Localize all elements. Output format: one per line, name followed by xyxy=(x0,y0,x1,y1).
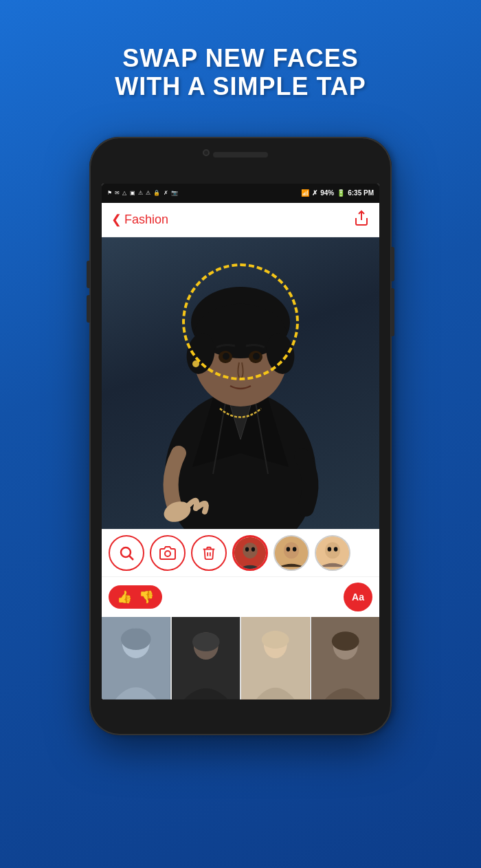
svg-line-14 xyxy=(130,556,134,560)
tools-bar xyxy=(102,529,379,576)
svg-point-23 xyxy=(293,547,297,551)
svg-point-15 xyxy=(165,551,170,556)
avatar-face-1 xyxy=(234,537,266,569)
face-avatar-3[interactable] xyxy=(315,535,350,571)
back-chevron-icon: ❮ xyxy=(111,212,122,227)
svg-point-27 xyxy=(334,547,338,551)
battery-icon: 🔋 xyxy=(337,189,345,197)
phone-speaker xyxy=(213,152,268,158)
main-photo-area[interactable] xyxy=(102,237,379,529)
header-title: SWAP NEW FACESWITH A SIMPLE TAP xyxy=(115,22,366,120)
svg-point-19 xyxy=(251,547,255,551)
status-icons: ⚑ ✉ △ ▣ ⚠ ⚠ 🔒 ✗ 📷 xyxy=(107,190,179,196)
svg-point-18 xyxy=(245,547,249,551)
battery-percent: 94% xyxy=(320,189,334,197)
phone-btn-right xyxy=(391,247,394,281)
status-notification-icons: ⚑ ✉ △ ▣ ⚠ ⚠ 🔒 ✗ 📷 xyxy=(107,190,179,196)
action-bar: 👍 👎 Aa xyxy=(102,576,379,617)
avatar-face-2 xyxy=(275,536,308,569)
svg-point-21 xyxy=(284,542,299,558)
thumbnail-strip xyxy=(102,617,379,699)
face-avatar-2[interactable] xyxy=(273,535,309,571)
thumbnail-2[interactable] xyxy=(172,617,240,699)
svg-point-22 xyxy=(287,547,291,551)
app-bar: ❮ Fashion xyxy=(102,203,379,237)
phone-camera xyxy=(203,149,210,156)
phone-body: ⚑ ✉ △ ▣ ⚠ ⚠ 🔒 ✗ 📷 📶 ✗ 94% 🔋 6:35 PM ❮ Fa… xyxy=(89,137,392,735)
avatar-face-3 xyxy=(316,536,349,569)
phone-screen: ⚑ ✉ △ ▣ ⚠ ⚠ 🔒 ✗ 📷 📶 ✗ 94% 🔋 6:35 PM ❮ Fa… xyxy=(102,184,379,699)
signal-icon: ✗ xyxy=(312,189,317,197)
share-button[interactable] xyxy=(353,210,370,230)
text-overlay-button[interactable]: Aa xyxy=(344,583,372,611)
svg-point-25 xyxy=(325,542,340,558)
thumbnail-3[interactable] xyxy=(241,617,310,699)
search-tool-button[interactable] xyxy=(109,535,144,571)
back-button[interactable]: ❮ Fashion xyxy=(111,212,168,227)
headline-line1: SWAP NEW FACESWITH A SIMPLE TAP xyxy=(115,44,366,101)
svg-point-33 xyxy=(192,632,219,651)
svg-point-36 xyxy=(262,631,289,649)
thumbnail-1[interactable] xyxy=(102,617,170,699)
like-button[interactable]: 👍 xyxy=(117,589,132,605)
phone-btn-right2 xyxy=(391,288,394,336)
svg-point-17 xyxy=(243,543,257,558)
camera-tool-button[interactable] xyxy=(150,535,186,571)
screen-title: Fashion xyxy=(124,213,168,227)
dislike-button[interactable]: 👎 xyxy=(139,589,154,605)
delete-tool-button[interactable] xyxy=(191,535,227,571)
face-selection-circle[interactable] xyxy=(182,263,299,380)
thumbnail-4[interactable] xyxy=(311,617,380,699)
phone-mockup: ⚑ ✉ △ ▣ ⚠ ⚠ 🔒 ✗ 📷 📶 ✗ 94% 🔋 6:35 PM ❮ Fa… xyxy=(89,137,392,735)
status-right: 📶 ✗ 94% 🔋 6:35 PM xyxy=(301,189,374,197)
time-display: 6:35 PM xyxy=(348,189,374,197)
phone-btn-left2 xyxy=(87,295,90,323)
svg-point-26 xyxy=(328,547,332,551)
svg-point-30 xyxy=(121,628,151,650)
svg-point-13 xyxy=(121,547,131,557)
wifi-icon: 📶 xyxy=(301,189,309,197)
face-avatar-selected[interactable] xyxy=(232,535,268,571)
status-bar: ⚑ ✉ △ ▣ ⚠ ⚠ 🔒 ✗ 📷 📶 ✗ 94% 🔋 6:35 PM xyxy=(102,184,379,203)
svg-point-39 xyxy=(331,631,359,651)
like-dislike-group: 👍 👎 xyxy=(109,585,162,609)
phone-btn-left xyxy=(87,261,90,288)
